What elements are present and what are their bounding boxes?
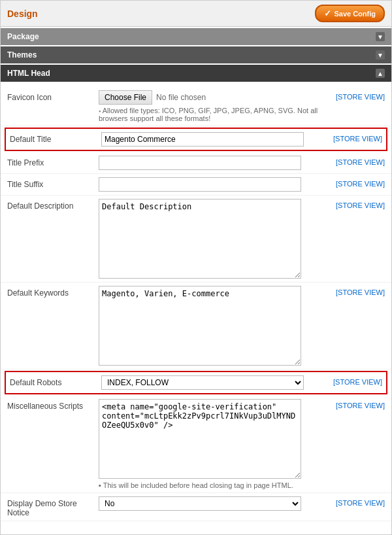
- default-robots-store-view-link[interactable]: [STORE VIEW]: [333, 375, 382, 386]
- title-suffix-store-view-link[interactable]: [STORE VIEW]: [336, 177, 385, 188]
- default-description-row: Default Description Default Description …: [1, 196, 391, 283]
- default-title-row-wrapper: Default Title [STORE VIEW]: [5, 128, 387, 151]
- favicon-icon-content: Choose File No file chosen ▪ Allowed fil…: [99, 90, 331, 122]
- page-header: Design ✓ Save Config: [1, 1, 391, 27]
- title-prefix-input[interactable]: [99, 156, 301, 170]
- demo-store-notice-select[interactable]: No Yes: [99, 496, 301, 511]
- title-suffix-input[interactable]: [99, 177, 301, 192]
- favicon-store-view-link[interactable]: [STORE VIEW]: [336, 90, 385, 101]
- default-keywords-row: Default Keywords Magento, Varien, E-comm…: [1, 283, 391, 370]
- html-head-section-header[interactable]: HTML Head ▲: [1, 65, 391, 82]
- default-robots-label: Default Robots: [10, 375, 101, 387]
- title-prefix-label: Title Prefix: [7, 156, 99, 167]
- misc-scripts-note: ▪ This will be included before head clos…: [99, 481, 331, 489]
- default-title-store-view-link[interactable]: [STORE VIEW]: [333, 132, 382, 143]
- misc-scripts-content: <meta name="google-site-verification" co…: [99, 399, 331, 489]
- themes-section-label: Themes: [7, 50, 37, 60]
- default-description-label: Default Description: [7, 199, 99, 211]
- package-collapse-icon[interactable]: ▼: [376, 32, 385, 41]
- title-prefix-store-view-link[interactable]: [STORE VIEW]: [336, 156, 385, 166]
- default-keywords-store-view-link[interactable]: [STORE VIEW]: [336, 286, 385, 296]
- default-robots-select[interactable]: INDEX, FOLLOW NOINDEX, NOFOLLOW NOINDEX,…: [101, 375, 304, 390]
- page-title: Design: [7, 9, 38, 19]
- misc-scripts-row: Miscellaneous Scripts <meta name="google…: [1, 396, 391, 493]
- default-title-input[interactable]: [101, 132, 304, 147]
- misc-scripts-label: Miscellaneous Scripts: [7, 399, 99, 411]
- no-file-text: No file chosen: [156, 93, 206, 102]
- html-head-collapse-icon[interactable]: ▲: [376, 69, 385, 78]
- default-title-row: Default Title [STORE VIEW]: [6, 129, 386, 150]
- default-robots-row-wrapper: Default Robots INDEX, FOLLOW NOINDEX, NO…: [5, 371, 387, 394]
- save-config-button[interactable]: ✓ Save Config: [315, 5, 385, 22]
- misc-scripts-store-view-link[interactable]: [STORE VIEW]: [336, 399, 385, 409]
- favicon-file-row: Choose File No file chosen: [99, 90, 331, 105]
- demo-store-notice-label: Display Demo Store Notice: [7, 496, 99, 517]
- html-head-section-label: HTML Head: [7, 69, 50, 78]
- default-description-content: Default Description: [99, 199, 331, 279]
- default-robots-content: INDEX, FOLLOW NOINDEX, NOFOLLOW NOINDEX,…: [101, 375, 328, 390]
- demo-store-notice-content: No Yes: [99, 496, 331, 511]
- save-config-label: Save Config: [334, 10, 376, 18]
- themes-collapse-icon[interactable]: ▼: [376, 50, 385, 60]
- save-icon: ✓: [324, 9, 331, 18]
- default-robots-row: Default Robots INDEX, FOLLOW NOINDEX, NO…: [6, 372, 386, 393]
- title-prefix-row: Title Prefix [STORE VIEW]: [1, 152, 391, 174]
- default-title-content: [101, 132, 328, 147]
- default-description-textarea[interactable]: Default Description: [99, 199, 301, 279]
- package-section-label: Package: [7, 32, 39, 41]
- default-keywords-textarea[interactable]: Magento, Varien, E-commerce: [99, 286, 301, 366]
- favicon-icon-row: Favicon Icon Choose File No file chosen …: [1, 87, 391, 126]
- themes-section-header[interactable]: Themes ▼: [1, 46, 391, 63]
- default-description-store-view-link[interactable]: [STORE VIEW]: [336, 199, 385, 209]
- demo-store-notice-store-view-link[interactable]: [STORE VIEW]: [336, 496, 385, 507]
- favicon-hint: ▪ Allowed file types: ICO, PNG, GIF, JPG…: [99, 107, 331, 122]
- choose-file-button[interactable]: Choose File: [99, 90, 152, 105]
- page-wrapper: Design ✓ Save Config Package ▼ Themes ▼ …: [0, 0, 392, 535]
- demo-store-notice-row: Display Demo Store Notice No Yes [STORE …: [1, 493, 391, 521]
- title-suffix-content: [99, 177, 331, 192]
- misc-scripts-textarea[interactable]: <meta name="google-site-verification" co…: [99, 399, 301, 479]
- bullet-icon: ▪: [99, 108, 101, 114]
- default-keywords-label: Default Keywords: [7, 286, 99, 298]
- title-prefix-content: [99, 156, 331, 170]
- html-head-section-content: Favicon Icon Choose File No file chosen …: [1, 82, 391, 526]
- title-suffix-row: Title Suffix [STORE VIEW]: [1, 174, 391, 196]
- title-suffix-label: Title Suffix: [7, 177, 99, 189]
- favicon-icon-label: Favicon Icon: [7, 90, 99, 102]
- default-keywords-content: Magento, Varien, E-commerce: [99, 286, 331, 366]
- default-title-label: Default Title: [10, 132, 101, 144]
- package-section-header[interactable]: Package ▼: [1, 28, 391, 45]
- note-bullet-icon: ▪: [99, 481, 101, 489]
